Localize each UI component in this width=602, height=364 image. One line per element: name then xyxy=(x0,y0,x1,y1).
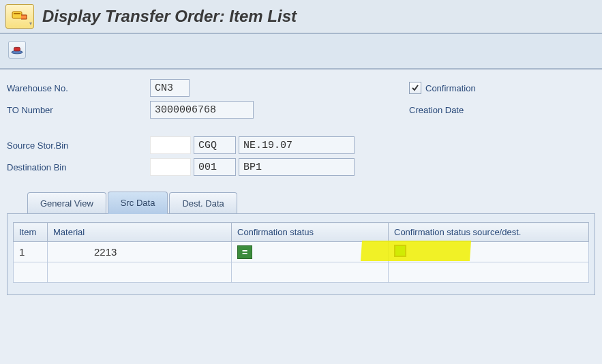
hat-icon xyxy=(11,45,23,55)
cell-confirmation-status-src-dest xyxy=(389,242,589,262)
tab-src-data[interactable]: Src Data xyxy=(108,192,168,214)
header-detail-button[interactable] xyxy=(8,41,26,59)
tab-panel-src-data: Item Material Confirmation status Confir… xyxy=(7,213,595,295)
item-table: Item Material Confirmation status Confir… xyxy=(13,222,589,283)
source-bin-field: NE.19.07 xyxy=(239,136,355,154)
toolbar xyxy=(0,34,602,70)
col-header-item[interactable]: Item xyxy=(14,223,48,242)
warehouse-label: Warehouse No. xyxy=(7,83,150,93)
redacted-field xyxy=(150,136,191,154)
dest-bin-label: Destination Bin xyxy=(7,162,150,172)
redacted-field xyxy=(150,158,191,176)
tab-dest-data[interactable]: Dest. Data xyxy=(169,192,237,214)
status-open-icon xyxy=(394,245,406,257)
dest-bin-field: BP1 xyxy=(239,158,355,176)
cell-material: XXXXXX2213 xyxy=(48,242,232,262)
col-header-material[interactable]: Material xyxy=(48,223,232,242)
cell-item xyxy=(14,262,48,283)
confirmation-checkbox[interactable] xyxy=(409,82,421,94)
header-form: Warehouse No. CN3 Confirmation TO Number… xyxy=(0,70,602,185)
table-row[interactable] xyxy=(14,262,589,283)
tab-general-view[interactable]: General View xyxy=(27,192,106,214)
confirmation-group: Confirmation xyxy=(409,82,476,94)
tab-strip: General View Src Data Dest. Data xyxy=(0,191,602,213)
transfer-order-icon xyxy=(12,10,28,23)
to-number-field: 3000006768 xyxy=(150,101,254,119)
source-bin-label: Source Stor.Bin xyxy=(7,140,150,151)
warehouse-field: CN3 xyxy=(150,79,190,97)
cell-material xyxy=(48,262,232,283)
dest-bin-type-field: 001 xyxy=(194,158,236,176)
title-bar: ▾ Display Transfer Order: Item List xyxy=(0,0,602,34)
cell-confirmation-status: = xyxy=(232,242,389,262)
col-header-confirmation-status-src-dest[interactable]: Confirmation status source/dest. xyxy=(389,223,589,242)
confirmation-label: Confirmation xyxy=(425,83,476,93)
cell-confirmation-status-src-dest xyxy=(389,262,589,283)
cell-confirmation-status xyxy=(232,262,389,283)
creation-date-label: Creation Date xyxy=(409,105,464,115)
svg-rect-3 xyxy=(14,47,20,50)
svg-rect-0 xyxy=(12,12,22,18)
check-icon xyxy=(411,84,419,92)
menu-button[interactable]: ▾ xyxy=(5,4,34,29)
to-number-label: TO Number xyxy=(7,105,150,115)
creation-date-group: Creation Date xyxy=(409,105,464,115)
col-header-confirmation-status[interactable]: Confirmation status xyxy=(232,223,389,242)
cell-item: 1 xyxy=(14,242,48,262)
source-bin-type-field: CGQ xyxy=(194,136,236,154)
table-row[interactable]: 1 XXXXXX2213 = xyxy=(14,242,589,262)
page-title: Display Transfer Order: Item List xyxy=(42,7,297,26)
chevron-down-icon: ▾ xyxy=(29,20,32,27)
material-tail: 2213 xyxy=(94,246,117,258)
table-header-row: Item Material Confirmation status Confir… xyxy=(14,223,589,242)
status-confirmed-icon: = xyxy=(237,245,252,259)
svg-rect-1 xyxy=(14,13,20,14)
